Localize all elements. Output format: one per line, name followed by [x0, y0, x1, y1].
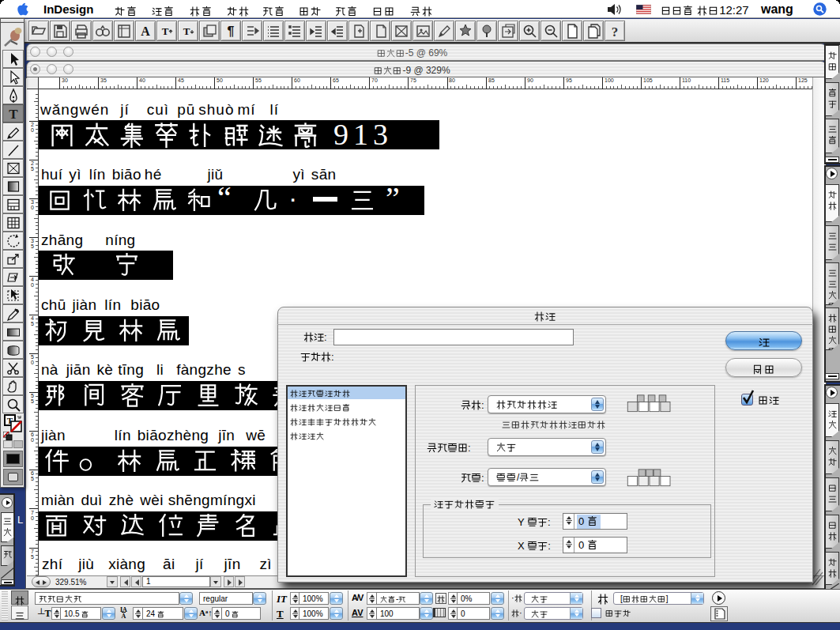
- svg-text:T: T: [162, 25, 169, 37]
- svg-text:T: T: [9, 107, 18, 122]
- svg-text:?: ?: [612, 25, 619, 40]
- svg-text:A: A: [141, 25, 150, 38]
- svg-text:T: T: [183, 25, 190, 37]
- svg-text:¶: ¶: [228, 25, 235, 38]
